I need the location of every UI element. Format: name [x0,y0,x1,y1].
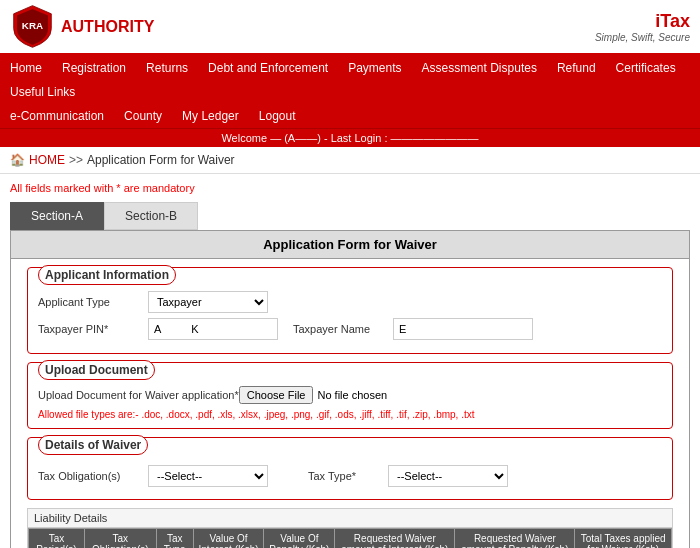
breadcrumb-separator: >> [69,153,83,167]
taxpayer-pin-label: Taxpayer PIN* [38,323,148,335]
applicant-section: Applicant Information Applicant Type Tax… [27,267,673,354]
nav-row-2: e-Communication County My Ledger Logout [0,104,700,128]
taxpayer-name-label: Taxpayer Name [293,323,393,335]
breadcrumb-home-link[interactable]: HOME [29,153,65,167]
nav-county[interactable]: County [114,104,172,128]
applicant-type-row: Applicant Type Taxpayer [38,291,662,313]
nav-bar: Home Registration Returns Debt and Enfor… [0,56,700,147]
liability-table: Tax Period(s) Tax Obligation(s) Tax Type… [28,528,672,548]
liability-title: Liability Details [28,509,672,528]
applicant-type-label: Applicant Type [38,296,148,308]
nav-assessment-disputes[interactable]: Assessment Disputes [412,56,547,80]
logo-left: KRA AUTHORITY [10,4,154,49]
col-requested-penalty: Requested Waiver amount of Penalty (Ksh) [455,529,575,549]
waiver-section-title: Details of Waiver [38,435,148,455]
logo-text-block: AUTHORITY [61,18,154,36]
nav-refund[interactable]: Refund [547,56,606,80]
taxpayer-pin-row: Taxpayer PIN* Taxpayer Name [38,318,662,340]
nav-debt-enforcement[interactable]: Debt and Enforcement [198,56,338,80]
upload-section-body: Upload Document for Waiver application* … [28,380,672,428]
nav-certificates[interactable]: Certificates [606,56,686,80]
nav-logout[interactable]: Logout [249,104,306,128]
home-icon: 🏠 [10,153,25,167]
waiver-section: Details of Waiver Tax Obligation(s) --Se… [27,437,673,500]
applicant-section-body: Applicant Type Taxpayer Taxpayer PIN* Ta… [28,285,672,353]
tab-section-a[interactable]: Section-A [10,202,104,230]
col-tax-type: Tax Type [156,529,193,549]
nav-registration[interactable]: Registration [52,56,136,80]
file-upload-input[interactable] [239,386,448,404]
nav-my-ledger[interactable]: My Ledger [172,104,249,128]
logo-tagline: Simple, Swift, Secure [595,32,690,43]
nav-ecommunication[interactable]: e-Communication [0,104,114,128]
main-content: All fields marked with * are mandatory S… [0,174,700,548]
liability-table-header: Tax Period(s) Tax Obligation(s) Tax Type… [29,529,672,549]
nav-payments[interactable]: Payments [338,56,411,80]
header: KRA AUTHORITY iTax Simple, Swift, Secure [0,0,700,56]
waiver-section-body: Tax Obligation(s) --Select-- Tax Type* -… [28,455,672,499]
upload-section: Upload Document Upload Document for Waiv… [27,362,673,429]
liability-section: Liability Details Tax Period(s) Tax Obli… [27,508,673,548]
svg-text:KRA: KRA [22,20,43,31]
mandatory-note: All fields marked with * are mandatory [10,182,690,194]
tax-obligation-select[interactable]: --Select-- [148,465,268,487]
upload-label: Upload Document for Waiver application* [38,389,239,401]
tab-section-b[interactable]: Section-B [104,202,198,230]
tax-type-label: Tax Type* [308,470,378,482]
breadcrumb-current: Application Form for Waiver [87,153,235,167]
form-title: Application Form for Waiver [11,231,689,259]
taxpayer-name-input[interactable] [393,318,533,340]
tax-obligation-label: Tax Obligation(s) [38,470,138,482]
applicant-section-title: Applicant Information [38,265,176,285]
liability-header-row: Tax Period(s) Tax Obligation(s) Tax Type… [29,529,672,549]
waiver-obligation-row: Tax Obligation(s) --Select-- Tax Type* -… [38,461,662,491]
logo-shield-icon: KRA [10,4,55,49]
nav-home[interactable]: Home [0,56,52,80]
tax-type-select[interactable]: --Select-- [388,465,508,487]
nav-useful-links[interactable]: Useful Links [0,80,85,104]
col-tax-period: Tax Period(s) [29,529,85,549]
upload-allowed-types: Allowed file types are:- .doc, .docx, .p… [38,409,662,420]
applicant-type-select[interactable]: Taxpayer [148,291,268,313]
col-tax-obligation: Tax Obligation(s) [84,529,156,549]
tabs: Section-A Section-B [10,202,690,230]
logo-title: AUTHORITY [61,18,154,36]
col-requested-interest: Requested Waiver amount of Interest (Ksh… [335,529,455,549]
col-total-taxes: Total Taxes applied for Waiver (Ksh) [575,529,672,549]
logo-brand-icon: iTax [595,11,690,32]
upload-section-title: Upload Document [38,360,155,380]
logo-right: iTax Simple, Swift, Secure [595,11,690,43]
col-value-interest: Value Of Interest (Ksh) [193,529,264,549]
breadcrumb: 🏠 HOME >> Application Form for Waiver [0,147,700,174]
taxpayer-pin-input[interactable] [148,318,278,340]
upload-row: Upload Document for Waiver application* [38,386,662,404]
nav-returns[interactable]: Returns [136,56,198,80]
col-value-penalty: Value Of Penalty (Ksh) [264,529,335,549]
nav-row-1: Home Registration Returns Debt and Enfor… [0,56,700,104]
form-container: Application Form for Waiver Applicant In… [10,230,690,548]
welcome-bar: Welcome — (A——) - Last Login : ———————— [0,128,700,147]
